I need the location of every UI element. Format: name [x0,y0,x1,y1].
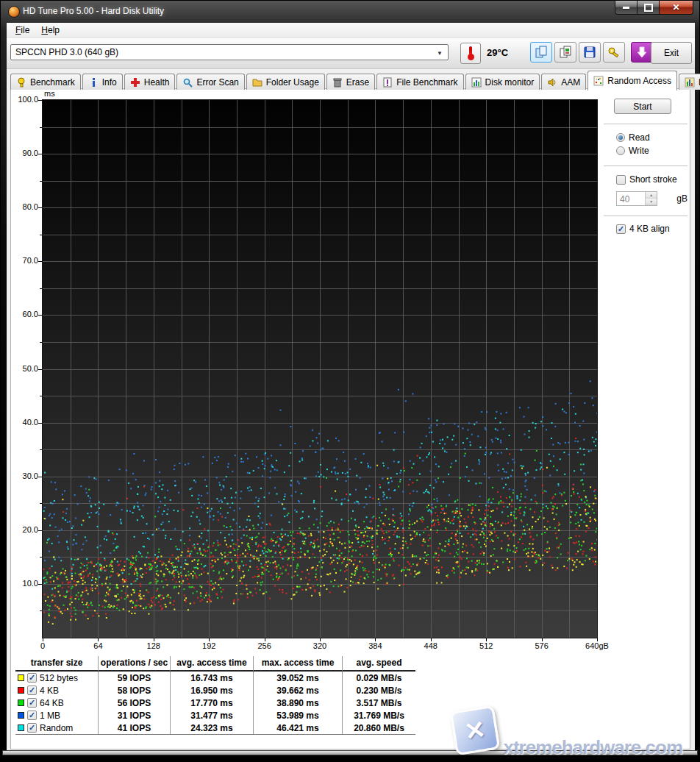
tab-label: Benchmark [30,77,75,88]
transfer-size-checkbox[interactable]: ✓ [27,711,37,720]
tab-error-scan[interactable]: Error Scan [176,74,244,90]
x-axis-tick [154,638,154,641]
tab-aam[interactable]: AAM [541,74,586,90]
column-header: transfer size [15,656,98,672]
maximize-button[interactable] [638,1,659,15]
y-axis-tick [38,530,42,531]
tab-label: Health [144,77,170,88]
y-axis-tick [40,503,42,504]
y-axis-tick [40,342,42,343]
write-radio[interactable] [616,146,625,155]
maximize-icon [644,4,653,12]
y-axis-label: 30.0 [11,471,38,481]
series-color-swatch [18,674,24,681]
app-window: HD Tune Pro 5.00 - Hard Disk Utility ✕ F… [0,0,700,758]
tab-folder-usage[interactable]: Folder Usage [246,74,325,90]
info-icon [88,77,99,88]
thermometer-icon [461,46,480,60]
x-axis-tick [98,638,99,641]
tab-benchmark[interactable]: Benchmark [10,74,81,90]
toolbar: SPCCN PHD 3.0 (640 gB) ▼ 29°C [7,38,695,69]
x-axis-label: 320 [313,641,326,650]
y-axis-label: 80.0 [11,202,38,212]
tab-erase[interactable]: Erase [326,74,375,90]
copy-icon [535,46,548,59]
start-button[interactable]: Start [614,99,671,114]
exit-button[interactable]: Exit [651,42,692,64]
read-radio[interactable] [616,133,625,142]
title-bar[interactable]: HD Tune Pro 5.00 - Hard Disk Utility ✕ [1,1,699,23]
tab-info[interactable]: Info [82,74,123,90]
download-arrow-icon [636,46,648,58]
x-axis-label: 448 [424,641,438,650]
kb-align-label: 4 KB align [629,224,670,234]
table-value-cell: 46.421 ms [253,722,342,734]
extra-tests-icon [685,77,695,88]
y-axis-label: 60.0 [11,310,38,319]
y-axis-tick [38,369,42,370]
update-button[interactable] [631,42,653,63]
transfer-size-label: 1 MB [40,711,60,721]
table-value-cell: 41 IOPS [98,722,170,734]
table-row-label-cell: ✓4 KB [15,684,98,697]
copy-text-button[interactable] [530,42,552,63]
table-row-label-cell: ✓1 MB [15,709,98,722]
erase-icon [332,77,343,88]
tab-disk-monitor[interactable]: Disk monitor [465,74,540,90]
write-radio-label: Write [629,146,649,156]
temperature-button[interactable] [460,43,481,64]
tab-random-access[interactable]: Random Access [588,71,677,90]
tab-extra-tests[interactable]: Extra tests [679,74,700,90]
table-value-cell: 59 IOPS [98,672,170,684]
y-axis-label: 20.0 [11,525,38,535]
stroke-size-spinner[interactable]: 40 ▲▼ [616,191,657,206]
tab-health[interactable]: Health [124,74,176,90]
x-axis-tick [486,638,487,641]
y-axis-tick [40,288,42,289]
x-axis-label: 640gB [585,641,609,650]
table-row-label-cell: ✓Random [15,722,98,734]
x-axis-tick [320,638,321,641]
x-axis-label: 192 [202,641,215,650]
copy-image-button[interactable] [554,42,576,63]
transfer-size-checkbox[interactable]: ✓ [27,686,37,695]
table-value-cell: 58 IOPS [98,684,170,697]
table-value-cell: 31 IOPS [98,709,170,722]
menu-help[interactable]: Help [35,24,65,37]
kb-align-checkbox[interactable]: ✓ [616,224,626,234]
spin-down-icon: ▼ [646,199,657,205]
window-title: HD Tune Pro 5.00 - Hard Disk Utility [23,6,164,16]
xtremehardware-logo: ✕ [450,705,501,756]
transfer-size-checkbox[interactable]: ✓ [27,698,37,708]
close-button[interactable]: ✕ [659,1,693,15]
separator [604,165,688,167]
separator [604,216,688,217]
spinner-arrows[interactable]: ▲▼ [645,192,657,205]
random-access-panel: ms 100.090.080.070.060.050.040.030.020.0… [10,88,690,749]
tab-file-benchmark[interactable]: File Benchmark [376,74,463,90]
x-axis-tick [375,638,376,641]
toolbar-buttons [530,42,653,63]
y-axis-label: 100.0 [11,95,38,104]
transfer-size-checkbox[interactable]: ✓ [27,723,37,733]
minimize-button[interactable] [615,1,638,15]
save-button[interactable] [579,42,601,63]
y-axis-tick [38,207,42,208]
x-axis-tick [209,638,210,641]
menu-file[interactable]: File [10,24,35,37]
random-access-icon [593,76,604,86]
y-axis-tick [40,610,42,611]
options-button[interactable] [603,42,625,63]
file-benchmark-icon [382,77,393,88]
transfer-size-checkbox[interactable]: ✓ [27,673,37,683]
options-icon [607,46,621,59]
y-axis-unit-label: ms [44,89,55,98]
drive-select[interactable]: SPCCN PHD 3.0 (640 gB) ▼ [10,44,449,60]
short-stroke-checkbox[interactable] [616,175,626,185]
table-value-cell: 38.890 ms [253,697,342,709]
table-value-cell: 24.323 ms [170,722,253,734]
drive-select-value: SPCCN PHD 3.0 (640 gB) [15,47,118,57]
tab-label: File Benchmark [396,77,457,88]
column-header: avg. access time [170,656,253,672]
y-axis-tick [38,261,42,262]
